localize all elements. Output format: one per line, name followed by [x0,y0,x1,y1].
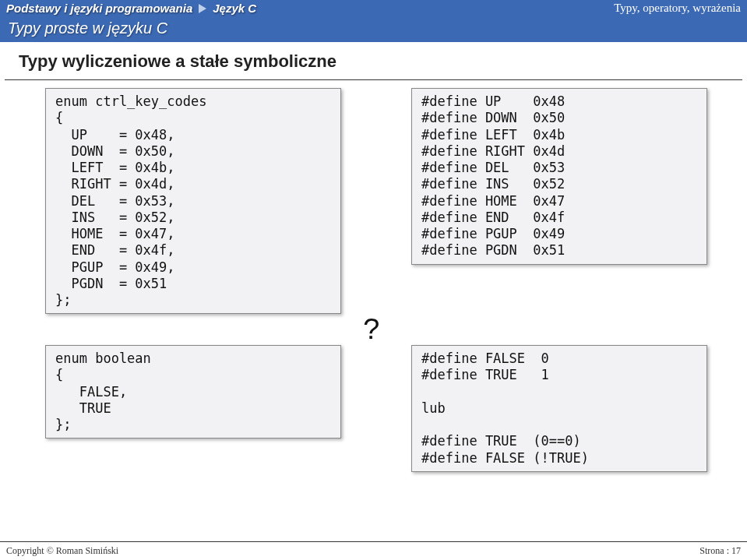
chevron-right-icon [199,4,206,13]
breadcrumb: Podstawy i języki programowania Język C [6,2,256,15]
code-enum-ctrl: enum ctrl_key_codes { UP = 0x48, DOWN = … [45,88,341,314]
header-right-text: Typy, operatory, wyrażenia [614,2,741,15]
footer-page: Strona : 17 [699,545,741,557]
question-mark: ? [363,314,381,347]
code-defines-bool: #define FALSE 0 #define TRUE 1 lub #defi… [411,345,707,472]
breadcrumb-part1: Podstawy i języki programowania [6,2,192,15]
header-bar: Podstawy i języki programowania Język C … [0,0,747,16]
code-defines-keys: #define UP 0x48 #define DOWN 0x50 #defin… [411,88,707,265]
section-title: Typy wyliczeniowe a stałe symboliczne [5,42,742,80]
footer: Copyright © Roman Simiński Strona : 17 [0,541,747,560]
code-enum-bool: enum boolean { FALSE, TRUE }; [45,345,341,438]
breadcrumb-part2: Język C [213,2,256,15]
content-area: enum ctrl_key_codes { UP = 0x48, DOWN = … [0,80,747,516]
footer-copyright: Copyright © Roman Simiński [6,545,118,557]
subheader: Typy proste w języku C [0,16,747,42]
